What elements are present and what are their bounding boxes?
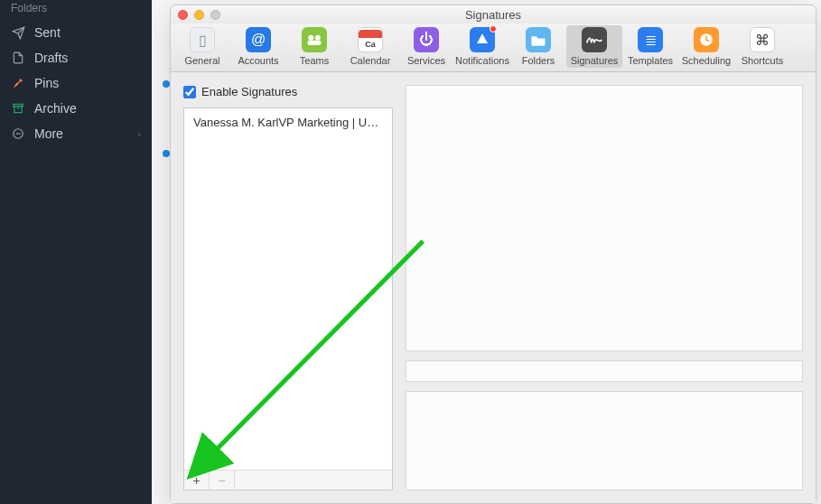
toolbar-label: Services (407, 55, 445, 66)
toolbar-label: General (184, 55, 219, 66)
toolbar-label: Accounts (238, 55, 278, 66)
signature-title-field[interactable] (406, 360, 803, 382)
svg-rect-7 (308, 41, 322, 45)
enable-signatures-checkbox[interactable]: Enable Signatures (183, 85, 393, 98)
command-icon: ⌘ (750, 27, 775, 52)
sidebar-item-pins[interactable]: Pins (0, 70, 152, 96)
toolbar-label: Scheduling (682, 55, 731, 66)
more-icon (11, 126, 25, 141)
people-icon (302, 27, 327, 52)
preferences-window: Signatures ▯ General @ Accounts Teams Ca (170, 5, 816, 504)
toolbar-label: Signatures (571, 55, 619, 66)
tab-teams[interactable]: Teams (286, 25, 342, 68)
tab-scheduling[interactable]: Scheduling (678, 25, 734, 68)
sidebar-item-drafts[interactable]: Drafts (0, 45, 152, 70)
window-titlebar[interactable]: Signatures (171, 5, 816, 23)
sidebar-item-archive[interactable]: Archive (0, 96, 152, 121)
tab-accounts[interactable]: @ Accounts (230, 25, 286, 68)
toolbar-label: Templates (628, 55, 673, 66)
tab-shortcuts[interactable]: ⌘ Shortcuts (734, 25, 790, 68)
folder-icon (526, 27, 551, 52)
sidebar-item-label: Archive (34, 101, 77, 116)
tab-general[interactable]: ▯ General (174, 25, 230, 68)
signature-add-remove-bar: + − (184, 470, 392, 490)
sidebar-item-label: Sent (34, 25, 61, 40)
zoom-window-button[interactable] (210, 10, 220, 20)
preferences-toolbar: ▯ General @ Accounts Teams Ca Calendar (171, 23, 816, 72)
app-sidebar: Folders Sent Drafts Pins Archive More › (0, 0, 152, 504)
remove-signature-button[interactable]: − (210, 471, 235, 490)
close-window-button[interactable] (178, 10, 188, 20)
toolbar-label: Calendar (350, 55, 391, 66)
sidebar-section-header: Folders (0, 0, 152, 20)
tab-folders[interactable]: Folders (510, 25, 566, 68)
toolbar-label: Shortcuts (742, 55, 783, 66)
chevron-right-icon: › (137, 128, 141, 139)
add-signature-button[interactable]: + (184, 471, 210, 490)
unread-indicator (163, 80, 170, 88)
tab-signatures[interactable]: Signatures (566, 25, 622, 68)
svg-rect-1 (14, 107, 22, 113)
signature-editor[interactable] (406, 85, 803, 351)
tab-services[interactable]: ⏻ Services (398, 25, 454, 68)
sidebar-item-label: Drafts (34, 51, 68, 65)
power-icon: ⏻ (414, 27, 439, 52)
signatures-list: Vanessa M. KarlVP Marketing | U… + − (183, 107, 393, 490)
window-title: Signatures (171, 8, 816, 22)
svg-point-6 (315, 35, 321, 41)
signature-accounts-box[interactable] (406, 391, 803, 490)
svg-point-5 (308, 35, 313, 41)
toolbar-label: Folders (522, 55, 555, 66)
sidebar-item-more[interactable]: More › (0, 121, 152, 146)
sidebar-item-label: Pins (34, 76, 59, 90)
signature-editor-pane (406, 85, 803, 490)
at-icon: @ (246, 27, 271, 52)
toolbar-label: Teams (300, 55, 329, 66)
main-area: Signatures ▯ General @ Accounts Teams Ca (152, 0, 821, 504)
unread-indicator (163, 150, 170, 157)
signatures-left-pane: Enable Signatures Vanessa M. KarlVP Mark… (183, 85, 393, 490)
calendar-icon: Ca (358, 27, 383, 52)
archive-icon (11, 101, 25, 116)
signature-row[interactable]: Vanessa M. KarlVP Marketing | U… (184, 108, 392, 136)
app-icon (470, 27, 495, 52)
phone-icon: ▯ (190, 27, 215, 52)
sidebar-item-sent[interactable]: Sent (0, 20, 152, 45)
clock-icon (694, 27, 719, 52)
signature-icon (582, 27, 607, 52)
pin-icon (11, 76, 25, 90)
sidebar-item-label: More (34, 126, 63, 141)
tab-templates[interactable]: ≣ Templates (622, 25, 678, 68)
notification-badge (490, 25, 497, 33)
tab-notifications[interactable]: Notifications (454, 25, 510, 68)
enable-signatures-label: Enable Signatures (201, 85, 297, 98)
tab-calendar[interactable]: Ca Calendar (342, 25, 398, 68)
draft-icon (11, 51, 25, 65)
toolbar-label: Notifications (455, 55, 509, 66)
enable-signatures-input[interactable] (183, 86, 196, 98)
minimize-window-button[interactable] (194, 10, 204, 20)
preferences-body: Enable Signatures Vanessa M. KarlVP Mark… (171, 72, 816, 503)
send-icon (11, 25, 25, 40)
templates-icon: ≣ (638, 27, 663, 52)
signatures-list-scroll[interactable]: Vanessa M. KarlVP Marketing | U… (184, 108, 392, 470)
